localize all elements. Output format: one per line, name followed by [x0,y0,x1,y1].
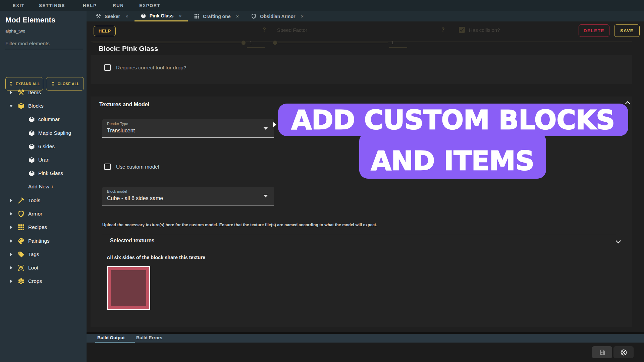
sidebar-item-label: Loot [28,265,38,271]
requires-tool-label: Requires correct tool for drop? [116,65,186,71]
crops-icon [17,278,25,285]
pickaxe-icon [17,197,25,204]
chevron-right-icon[interactable] [10,91,12,94]
block-model-select[interactable]: Block model Cube - all 6 sides same [102,187,274,205]
render-type-select[interactable]: Render Type Translucent [102,119,274,138]
save-button[interactable]: SAVE [614,24,640,37]
ghost-slider-thumb [273,41,277,45]
sidebar-item-uran[interactable]: Uran [0,155,87,165]
texture-swatch[interactable] [107,266,150,310]
sidebar-item-pink-glass[interactable]: Pink Glass [0,168,87,178]
clear-log-button[interactable] [613,346,634,358]
caret-down-icon [263,127,268,130]
menu-exit[interactable]: EXIT [13,3,24,8]
tab-label: Crafting one [203,14,230,19]
sidebar-item-tools[interactable]: Tools [0,195,87,205]
sidebar-item-recipes[interactable]: Recipes [0,222,87,232]
fold-icon [51,81,55,86]
cube-icon [17,102,25,110]
tab-build-errors[interactable]: Build Errors [136,335,162,340]
help-button[interactable]: HELP [94,26,116,36]
sidebar-item-loot[interactable]: Loot [0,263,87,273]
select-value: Translucent [107,128,135,134]
sidebar-item-label: Tools [28,197,40,203]
sidebar-item-columnar[interactable]: columnar [0,114,87,124]
chevron-right-icon[interactable] [10,226,12,229]
sidebar-item-label: Tags [28,251,39,257]
tab-obsidian-armor[interactable]: Obsidian Armor × [245,11,310,21]
use-custom-model-checkbox[interactable] [104,164,111,170]
sidebar-item-label: Armor [28,211,42,217]
tab-build-output[interactable]: Build Output [97,335,125,340]
menu-run[interactable]: RUN [113,3,124,8]
tab-pink-glass[interactable]: Pink Glass × [135,11,188,21]
delete-button[interactable]: DELETE [579,24,609,37]
tab-label: Pink Glass [150,13,174,18]
tab-label: Obsidian Armor [260,14,295,19]
tab-label: Seeker [105,14,120,19]
sidebar-item-tags[interactable]: Tags [0,249,87,259]
close-icon[interactable]: × [236,13,239,19]
cube-icon [28,157,35,164]
menubar: EXIT SETTINGS HELP RUN EXPORT [0,0,644,11]
select-label: Block model [107,189,127,193]
requires-tool-checkbox[interactable] [104,64,111,71]
cube-icon [28,130,35,137]
save-log-button[interactable] [592,346,612,358]
select-label: Render Type [107,122,128,126]
sidebar-item-label: Recipes [28,224,47,230]
add-new-label: Add New + [28,184,54,190]
menu-export[interactable]: EXPORT [139,3,160,8]
menu-settings[interactable]: SETTINGS [39,3,65,8]
ghost-speed-factor-label: Speed Factor [277,27,307,33]
filter-input[interactable] [5,39,83,49]
shield-plus-icon [17,210,25,218]
chevron-right-icon[interactable] [10,253,12,256]
close-icon[interactable]: × [125,13,128,19]
sidebar-item-6-sides[interactable]: 6 sides [0,141,87,152]
close-icon[interactable]: × [301,13,304,19]
tab-seeker[interactable]: Seeker × [90,11,135,21]
close-icon[interactable]: × [179,13,182,19]
chevron-right-icon[interactable] [10,239,12,243]
floppy-icon [599,349,606,356]
sidebar-item-add-new[interactable]: Add New + [0,182,87,192]
chevron-right-icon[interactable] [10,280,12,283]
chevron-down-icon[interactable] [616,238,621,244]
divider [102,234,616,234]
chevron-right-icon[interactable] [10,266,12,269]
tab-crafting-one[interactable]: Crafting one × [188,11,245,21]
tools-icon [96,13,101,19]
caret-down-icon [263,195,268,197]
page-title: Block: Pink Glass [99,45,158,53]
console-tab-bar: Build Output Build Errors [87,334,644,343]
sidebar-item-maple-sapling[interactable]: Maple Sapling [0,128,87,138]
chevron-right-icon[interactable] [10,212,12,216]
ghost-underline [389,47,407,48]
sidebar-item-blocks[interactable]: Blocks [0,101,87,111]
sidebar-item-items[interactable]: Items [0,87,87,98]
sidebar-title: Mod Elements [5,16,55,24]
sidebar-item-label: Maple Sapling [38,130,71,136]
sidebar-item-paintings[interactable]: Paintings [0,236,87,246]
sidebar-item-crops[interactable]: Crops [0,276,87,286]
ghost-has-collision-label: Has collision? [469,27,500,33]
sidebar-item-label: Paintings [28,238,50,244]
divider [91,42,632,42]
shield-plus-icon [251,13,257,19]
palette-icon [17,237,25,245]
chevron-down-icon[interactable] [9,105,13,107]
menu-help[interactable]: HELP [83,3,97,8]
console-output-area [87,343,644,362]
close-all-label: CLOSE ALL [58,82,79,86]
unfold-icon [9,81,13,86]
play-triangle-icon [273,122,276,127]
ghost-slider-track [278,43,388,43]
sidebar: Mod Elements alpha_two EXPAND ALL CLOSE … [0,11,87,362]
expand-all-label: EXPAND ALL [16,82,40,86]
tools-icon [17,89,25,96]
sidebar-item-armor[interactable]: Armor [0,209,87,219]
tag-icon [17,251,25,258]
cube-icon [28,116,35,123]
chevron-right-icon[interactable] [10,199,12,202]
